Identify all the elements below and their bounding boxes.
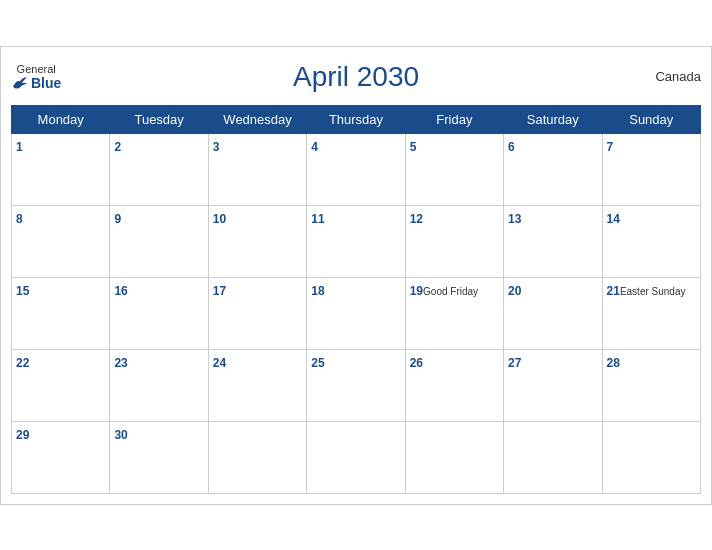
day-number: 10 [213, 212, 226, 226]
day-cell: 26 [405, 349, 503, 421]
logo-general: General [17, 63, 56, 75]
day-number: 27 [508, 356, 521, 370]
day-cell: 23 [110, 349, 208, 421]
week-row-4: 22232425262728 [12, 349, 701, 421]
day-number: 19 [410, 284, 423, 298]
day-cell: 19Good Friday [405, 277, 503, 349]
day-cell: 29 [12, 421, 110, 493]
day-number: 3 [213, 140, 220, 154]
day-cell: 12 [405, 205, 503, 277]
day-cell: 22 [12, 349, 110, 421]
weekday-header-row: Monday Tuesday Wednesday Thursday Friday… [12, 105, 701, 133]
day-number: 29 [16, 428, 29, 442]
logo-bird-icon [11, 76, 29, 90]
day-number: 28 [607, 356, 620, 370]
day-cell: 20 [504, 277, 602, 349]
day-cell: 17 [208, 277, 306, 349]
logo-blue: Blue [11, 75, 61, 91]
day-cell: 24 [208, 349, 306, 421]
week-row-1: 1234567 [12, 133, 701, 205]
day-cell [602, 421, 700, 493]
day-cell: 2 [110, 133, 208, 205]
day-cell: 5 [405, 133, 503, 205]
day-cell: 15 [12, 277, 110, 349]
day-number: 9 [114, 212, 121, 226]
day-cell: 6 [504, 133, 602, 205]
day-number: 25 [311, 356, 324, 370]
day-cell: 18 [307, 277, 405, 349]
day-number: 1 [16, 140, 23, 154]
day-number: 4 [311, 140, 318, 154]
week-row-3: 1516171819Good Friday2021Easter Sunday [12, 277, 701, 349]
day-cell [307, 421, 405, 493]
day-cell: 7 [602, 133, 700, 205]
day-cell: 8 [12, 205, 110, 277]
header-sunday: Sunday [602, 105, 700, 133]
day-cell: 14 [602, 205, 700, 277]
header-monday: Monday [12, 105, 110, 133]
header-wednesday: Wednesday [208, 105, 306, 133]
day-number: 26 [410, 356, 423, 370]
day-cell: 11 [307, 205, 405, 277]
day-cell: 4 [307, 133, 405, 205]
day-event: Good Friday [423, 286, 478, 297]
day-number: 24 [213, 356, 226, 370]
day-number: 15 [16, 284, 29, 298]
day-number: 8 [16, 212, 23, 226]
day-number: 16 [114, 284, 127, 298]
day-cell [405, 421, 503, 493]
day-cell: 30 [110, 421, 208, 493]
day-number: 18 [311, 284, 324, 298]
day-cell: 13 [504, 205, 602, 277]
calendar-header: General Blue April 2030 Canada [11, 57, 701, 97]
calendar-table: Monday Tuesday Wednesday Thursday Friday… [11, 105, 701, 494]
day-number: 6 [508, 140, 515, 154]
calendar-wrapper: General Blue April 2030 Canada Monday Tu… [0, 46, 712, 505]
day-cell: 10 [208, 205, 306, 277]
day-cell: 1 [12, 133, 110, 205]
day-number: 30 [114, 428, 127, 442]
day-cell: 27 [504, 349, 602, 421]
day-number: 2 [114, 140, 121, 154]
calendar-body: 12345678910111213141516171819Good Friday… [12, 133, 701, 493]
day-number: 17 [213, 284, 226, 298]
day-number: 7 [607, 140, 614, 154]
day-cell: 16 [110, 277, 208, 349]
header-tuesday: Tuesday [110, 105, 208, 133]
day-cell: 9 [110, 205, 208, 277]
day-number: 22 [16, 356, 29, 370]
day-number: 5 [410, 140, 417, 154]
week-row-2: 891011121314 [12, 205, 701, 277]
header-saturday: Saturday [504, 105, 602, 133]
week-row-5: 2930 [12, 421, 701, 493]
day-number: 23 [114, 356, 127, 370]
logo-area: General Blue [11, 63, 61, 91]
day-cell [208, 421, 306, 493]
day-cell [504, 421, 602, 493]
day-number: 20 [508, 284, 521, 298]
day-number: 13 [508, 212, 521, 226]
day-number: 14 [607, 212, 620, 226]
logo-blue-text: Blue [31, 75, 61, 91]
day-event: Easter Sunday [620, 286, 686, 297]
day-cell: 25 [307, 349, 405, 421]
day-number: 11 [311, 212, 324, 226]
day-number: 12 [410, 212, 423, 226]
header-friday: Friday [405, 105, 503, 133]
header-thursday: Thursday [307, 105, 405, 133]
day-number: 21 [607, 284, 620, 298]
calendar-title: April 2030 [293, 61, 419, 93]
day-cell: 28 [602, 349, 700, 421]
day-cell: 3 [208, 133, 306, 205]
day-cell: 21Easter Sunday [602, 277, 700, 349]
country-label: Canada [655, 69, 701, 84]
